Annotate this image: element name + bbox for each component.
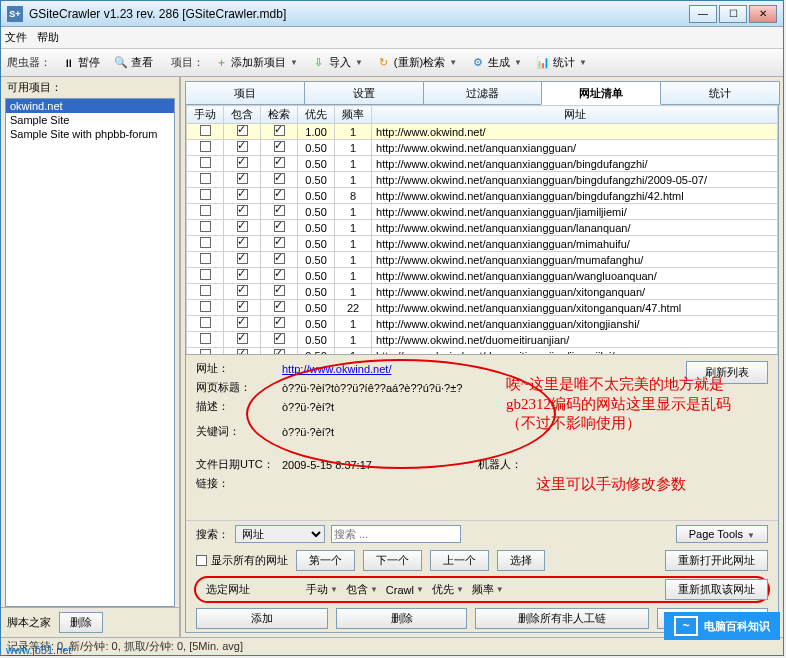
checkbox[interactable] xyxy=(237,141,248,152)
project-item[interactable]: Sample Site xyxy=(6,113,174,127)
table-row[interactable]: 0.501http://www.okwind.net/anquanxianggu… xyxy=(187,268,778,284)
checkbox[interactable] xyxy=(200,189,211,200)
search-input[interactable] xyxy=(331,525,461,543)
checkbox[interactable] xyxy=(274,301,285,312)
table-row[interactable]: 0.501http://www.okwind.net/anquanxianggu… xyxy=(187,204,778,220)
table-row[interactable]: 0.501http://www.okwind.net/anquanxianggu… xyxy=(187,172,778,188)
checkbox[interactable] xyxy=(237,221,248,232)
project-item[interactable]: Sample Site with phpbb-forum xyxy=(6,127,174,141)
checkbox[interactable] xyxy=(200,157,211,168)
checkbox[interactable] xyxy=(237,269,248,280)
checkbox[interactable] xyxy=(237,173,248,184)
checkbox[interactable] xyxy=(274,285,285,296)
checkbox[interactable] xyxy=(274,221,285,232)
generate-button[interactable]: ⚙生成▼ xyxy=(465,52,528,73)
table-row[interactable]: 1.001http://www.okwind.net/ xyxy=(187,124,778,140)
sel-crawl[interactable]: Crawl▼ xyxy=(386,584,424,596)
add-project-button[interactable]: ＋添加新项目▼ xyxy=(208,52,304,73)
checkbox[interactable] xyxy=(237,125,248,136)
checkbox[interactable] xyxy=(274,157,285,168)
checkbox[interactable] xyxy=(200,205,211,216)
checkbox[interactable] xyxy=(237,333,248,344)
url-table[interactable]: 手动包含检索优先频率网址 1.001http://www.okwind.net/… xyxy=(186,105,778,355)
col-header[interactable]: 优先 xyxy=(298,106,335,124)
page-tools-button[interactable]: Page Tools ▼ xyxy=(676,525,768,543)
tab-stats[interactable]: 统计 xyxy=(660,81,780,105)
checkbox[interactable] xyxy=(237,205,248,216)
checkbox[interactable] xyxy=(274,125,285,136)
footer-link[interactable]: www.jb51.net xyxy=(6,644,71,656)
sel-manual[interactable]: 手动▼ xyxy=(306,582,338,597)
research-button[interactable]: ↻(重新)检索▼ xyxy=(371,52,463,73)
search-mode-select[interactable]: 网址 xyxy=(235,525,325,543)
tab-urllist[interactable]: 网址清单 xyxy=(541,81,661,105)
checkbox[interactable] xyxy=(237,157,248,168)
checkbox[interactable] xyxy=(200,173,211,184)
add-button[interactable]: 添加 xyxy=(196,608,328,629)
sel-priority[interactable]: 优先▼ xyxy=(432,582,464,597)
refresh-list-button[interactable]: 刷新列表 xyxy=(686,361,768,384)
select-button[interactable]: 选择 xyxy=(497,550,545,571)
col-header[interactable]: 检索 xyxy=(261,106,298,124)
checkbox[interactable] xyxy=(274,189,285,200)
prev-button[interactable]: 上一个 xyxy=(430,550,489,571)
close-button[interactable]: ✕ xyxy=(749,5,777,23)
table-row[interactable]: 0.501http://www.okwind.net/anquanxianggu… xyxy=(187,156,778,172)
checkbox[interactable] xyxy=(274,333,285,344)
checkbox[interactable] xyxy=(237,253,248,264)
table-row[interactable]: 0.508http://www.okwind.net/anquanxianggu… xyxy=(187,188,778,204)
delete-nonhuman-button[interactable]: 删除所有非人工链 xyxy=(475,608,649,629)
menu-help[interactable]: 帮助 xyxy=(37,30,59,45)
checkbox[interactable] xyxy=(200,301,211,312)
project-item[interactable]: okwind.net xyxy=(6,99,174,113)
checkbox[interactable] xyxy=(274,141,285,152)
checkbox[interactable] xyxy=(274,253,285,264)
checkbox[interactable] xyxy=(200,125,211,136)
col-header[interactable]: 包含 xyxy=(224,106,261,124)
checkbox[interactable] xyxy=(200,141,211,152)
minimize-button[interactable]: — xyxy=(689,5,717,23)
checkbox[interactable] xyxy=(237,237,248,248)
recrawl-url-button[interactable]: 重新抓取该网址 xyxy=(665,579,768,600)
project-list[interactable]: okwind.net Sample Site Sample Site with … xyxy=(5,98,175,607)
tab-settings[interactable]: 设置 xyxy=(304,81,424,105)
checkbox[interactable] xyxy=(237,301,248,312)
checkbox[interactable] xyxy=(200,221,211,232)
checkbox[interactable] xyxy=(274,173,285,184)
menu-file[interactable]: 文件 xyxy=(5,30,27,45)
col-header[interactable]: 手动 xyxy=(187,106,224,124)
table-row[interactable]: 0.5022http://www.okwind.net/anquanxiangg… xyxy=(187,300,778,316)
table-row[interactable]: 0.501http://www.okwind.net/anquanxianggu… xyxy=(187,284,778,300)
table-row[interactable]: 0.501http://www.okwind.net/anquanxianggu… xyxy=(187,316,778,332)
checkbox[interactable] xyxy=(237,285,248,296)
detail-url[interactable]: http://www.okwind.net/ xyxy=(282,363,391,375)
delete-project-button[interactable]: 删除 xyxy=(59,612,103,633)
table-row[interactable]: 0.501http://www.okwind.net/anquanxianggu… xyxy=(187,220,778,236)
checkbox[interactable] xyxy=(274,269,285,280)
reopen-url-button[interactable]: 重新打开此网址 xyxy=(665,550,768,571)
sel-include[interactable]: 包含▼ xyxy=(346,582,378,597)
checkbox[interactable] xyxy=(274,237,285,248)
pause-button[interactable]: ⏸暂停 xyxy=(55,52,106,73)
first-button[interactable]: 第一个 xyxy=(296,550,355,571)
table-row[interactable]: 0.501http://www.okwind.net/anquanxianggu… xyxy=(187,236,778,252)
show-all-checkbox[interactable]: 显示所有的网址 xyxy=(196,553,288,568)
checkbox[interactable] xyxy=(274,205,285,216)
sel-freq[interactable]: 频率▼ xyxy=(472,582,504,597)
tab-project[interactable]: 项目 xyxy=(185,81,305,105)
col-header[interactable]: 频率 xyxy=(335,106,372,124)
checkbox[interactable] xyxy=(200,237,211,248)
checkbox[interactable] xyxy=(200,333,211,344)
checkbox[interactable] xyxy=(274,317,285,328)
col-header[interactable]: 网址 xyxy=(372,106,778,124)
table-row[interactable]: 0.501http://www.okwind.net/duomeitiruanj… xyxy=(187,332,778,348)
stats-button[interactable]: 📊统计▼ xyxy=(530,52,593,73)
maximize-button[interactable]: ☐ xyxy=(719,5,747,23)
checkbox[interactable] xyxy=(200,269,211,280)
tab-filter[interactable]: 过滤器 xyxy=(423,81,543,105)
checkbox[interactable] xyxy=(200,317,211,328)
checkbox[interactable] xyxy=(200,253,211,264)
delete-button[interactable]: 删除 xyxy=(336,608,468,629)
next-button[interactable]: 下一个 xyxy=(363,550,422,571)
table-row[interactable]: 0.501http://www.okwind.net/duomeitiruanj… xyxy=(187,348,778,356)
